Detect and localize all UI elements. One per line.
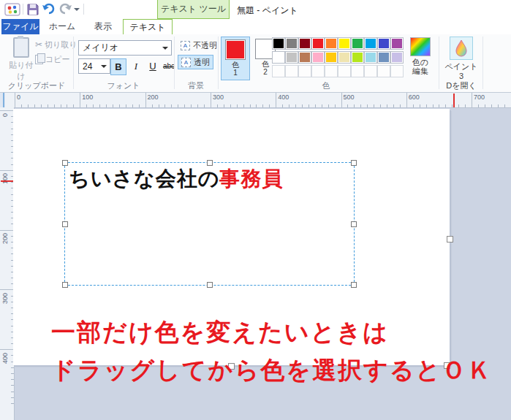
redo-icon[interactable]	[58, 2, 72, 16]
ruler-major-tick	[406, 93, 407, 107]
palette-swatch[interactable]	[377, 51, 390, 64]
ruler-label: 0	[1, 112, 9, 116]
ruler-minor-tick	[347, 104, 348, 107]
save-icon[interactable]	[26, 3, 39, 16]
tab-home[interactable]: ホーム	[42, 19, 82, 34]
palette-swatch[interactable]	[272, 51, 285, 64]
ruler-minor-tick	[465, 104, 466, 107]
paint3d-label: ペイント3Dを開く	[443, 62, 480, 91]
ruler-minor-tick	[113, 104, 113, 107]
ruler-minor-tick	[132, 104, 133, 107]
font-family-value: メイリオ	[83, 42, 118, 54]
textbox-handle-n[interactable]	[207, 160, 213, 166]
ruler-minor-tick	[439, 104, 439, 107]
underline-button[interactable]: U	[145, 58, 160, 74]
palette-swatch[interactable]	[311, 37, 325, 50]
font-size-select[interactable]: 24	[78, 58, 110, 74]
textbox-handle-e[interactable]	[351, 221, 357, 227]
ruler-minor-tick	[282, 104, 283, 107]
ruler-minor-tick	[445, 104, 446, 107]
qat-separator	[23, 4, 23, 15]
palette-swatch[interactable]	[364, 37, 377, 50]
ruler-minor-tick	[380, 104, 381, 107]
textbox-handle-sw[interactable]	[62, 282, 68, 288]
palette-swatch[interactable]	[351, 51, 364, 64]
ruler-major-tick	[0, 110, 14, 111]
textbox-handle-se[interactable]	[351, 282, 357, 288]
palette-swatch[interactable]	[377, 37, 390, 50]
textbox-handle-nw[interactable]	[62, 160, 68, 166]
edit-colors-button[interactable]: 色の編集	[408, 37, 433, 75]
ruler-minor-tick	[458, 104, 459, 107]
ruler-label: 200	[148, 93, 159, 101]
palette-swatch[interactable]	[325, 51, 338, 64]
ruler-minor-tick	[328, 104, 329, 107]
palette-empty-swatch	[311, 65, 325, 77]
undo-icon[interactable]	[42, 2, 56, 16]
ruler-minor-tick	[262, 104, 263, 107]
chevron-down-icon	[101, 65, 107, 68]
cut-button[interactable]: ✂ 切り取り	[35, 39, 77, 50]
palette-swatch[interactable]	[338, 37, 351, 50]
palette-swatch[interactable]	[390, 51, 404, 64]
ruler-major-tick	[0, 289, 14, 290]
ruler-minor-tick	[11, 385, 14, 386]
transparent-button[interactable]: A 透明	[178, 55, 213, 69]
canvas-heading-text[interactable]: ちいさな会社の事務員	[69, 165, 283, 193]
ruler-minor-tick	[367, 104, 368, 107]
edit-colors-label: 色の編集	[408, 58, 433, 75]
palette-empty-swatch	[272, 65, 285, 77]
palette-swatch[interactable]	[285, 51, 298, 64]
ruler-minor-tick	[178, 104, 178, 107]
transparent-label: 透明	[194, 57, 210, 68]
ruler-major-tick	[0, 230, 14, 231]
tab-text-active[interactable]: テキスト	[123, 19, 173, 35]
canvas-resize-handle-right[interactable]	[447, 236, 453, 243]
ruler-minor-tick	[315, 104, 316, 107]
palette-swatch[interactable]	[364, 51, 377, 64]
palette-swatch[interactable]	[298, 37, 311, 50]
cut-label: 切り取り	[45, 39, 77, 50]
ruler-minor-tick	[191, 104, 192, 107]
textbox-handle-ne[interactable]	[351, 160, 357, 166]
ruler-minor-tick	[11, 397, 14, 398]
italic-button[interactable]: I	[129, 58, 143, 74]
palette-swatch[interactable]	[285, 37, 298, 50]
paste-button[interactable]: 貼り付け	[6, 37, 37, 78]
tab-view[interactable]: 表示	[85, 19, 121, 34]
open-paint3d-button[interactable]: ペイント3Dを開く	[443, 37, 480, 91]
ruler-minor-tick	[243, 104, 244, 107]
copy-button[interactable]: コピー	[35, 53, 70, 65]
ruler-minor-tick	[237, 104, 238, 107]
ruler-label: 300	[1, 293, 9, 304]
group-separator	[439, 37, 439, 89]
palette-swatch[interactable]	[338, 51, 351, 64]
palette-swatch[interactable]	[390, 37, 404, 50]
ruler-minor-tick	[126, 104, 126, 107]
palette-swatch[interactable]	[325, 37, 338, 50]
ruler-minor-tick	[387, 104, 387, 107]
qat-dropdown-icon[interactable]	[74, 8, 80, 12]
palette-swatch[interactable]	[298, 51, 311, 64]
color1-swatch	[225, 39, 246, 60]
palette-swatch[interactable]	[351, 37, 364, 50]
title-bar: テキスト ツール 無題 - ペイント	[0, 0, 511, 19]
opaque-button[interactable]: A 不透明	[178, 39, 220, 52]
vertical-ruler-position-marker	[1, 180, 13, 182]
group-separator	[482, 37, 483, 89]
copy-label: コピー	[45, 54, 70, 65]
bold-button[interactable]: B	[110, 58, 126, 75]
font-family-select[interactable]: メイリオ	[78, 40, 172, 56]
palette-swatch[interactable]	[272, 37, 285, 50]
tab-file[interactable]: ファイル	[1, 19, 39, 34]
textbox-handle-w[interactable]	[62, 221, 68, 227]
color1-button[interactable]: 色1	[221, 37, 250, 80]
palette-swatch[interactable]	[311, 51, 325, 64]
ruler-minor-tick	[504, 104, 505, 107]
ruler-label: 400	[278, 93, 289, 101]
ruler-minor-tick	[67, 104, 67, 107]
text-box[interactable]: ちいさな会社の事務員	[64, 162, 355, 286]
ruler-minor-tick	[478, 104, 479, 107]
ruler-minor-tick	[11, 373, 14, 374]
textbox-handle-s[interactable]	[207, 282, 213, 288]
